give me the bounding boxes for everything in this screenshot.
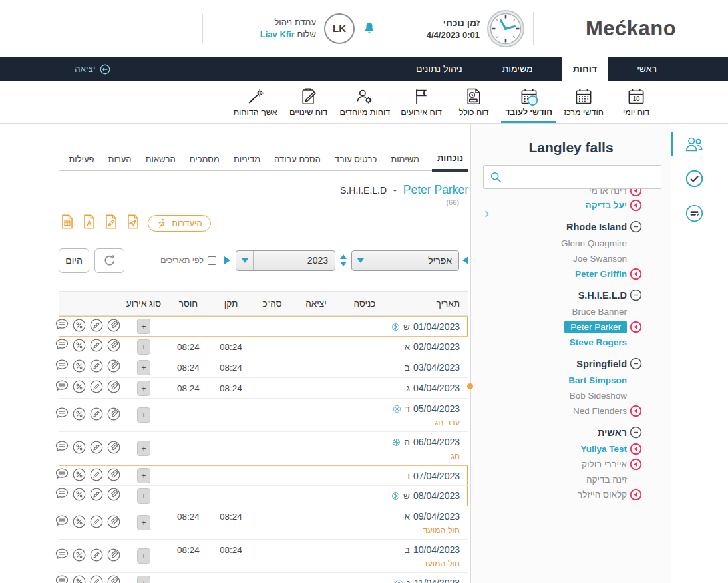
comment-icon[interactable] — [55, 467, 69, 485]
percent-icon[interactable] — [72, 379, 87, 397]
search-input[interactable] — [483, 165, 661, 189]
employee-group-header[interactable]: Rhode Island — [471, 218, 644, 236]
employee-item[interactable]: Peter Griffin — [471, 266, 644, 282]
report-tab-cal18[interactable]: 18דוח יומי — [611, 81, 661, 123]
user-name-link[interactable]: Liav Kfir — [260, 29, 295, 39]
employee-item[interactable]: קלאוס הייזלר — [471, 487, 644, 502]
month-select[interactable]: אפריל — [351, 250, 459, 271]
prev-month-arrow[interactable] — [224, 256, 230, 264]
add-event-button[interactable]: + — [137, 339, 150, 355]
year-dropdown-button[interactable] — [236, 251, 254, 270]
edit-icon[interactable] — [89, 407, 104, 424]
employee-item[interactable]: Peter Parker — [471, 319, 644, 335]
avatar[interactable]: LK — [324, 13, 355, 44]
percent-icon[interactable] — [72, 407, 87, 424]
employee-name[interactable]: Bob Sideshow — [570, 391, 627, 401]
edit-icon[interactable] — [89, 514, 104, 532]
logout-button[interactable]: יציאה — [75, 57, 111, 81]
month-dropdown-button[interactable] — [352, 251, 369, 270]
percent-icon[interactable] — [72, 467, 87, 485]
employee-name[interactable]: Joe Swanson — [573, 254, 627, 264]
attachment-icon[interactable] — [106, 338, 121, 355]
year-select[interactable]: 2023 — [236, 250, 335, 271]
employees-strip-button[interactable] — [681, 132, 707, 156]
comment-icon[interactable] — [55, 379, 69, 397]
attachment-icon[interactable] — [106, 379, 121, 397]
collapse-chevron-icon[interactable]: ‹ — [484, 206, 489, 221]
attachment-icon[interactable] — [106, 514, 121, 532]
employee-name[interactable]: Glenn Quagmire — [561, 238, 627, 248]
edit-icon[interactable] — [89, 548, 104, 565]
year-up-arrow[interactable] — [340, 254, 347, 259]
excel-export-button[interactable] — [59, 213, 76, 233]
comment-icon[interactable] — [55, 548, 69, 565]
add-event-button[interactable]: + — [137, 488, 150, 504]
attachment-icon[interactable] — [106, 487, 121, 504]
pdf-export-button[interactable] — [81, 213, 98, 233]
percent-icon[interactable] — [72, 338, 87, 355]
employee-name[interactable]: Yuliya Test — [580, 444, 627, 454]
employee-name[interactable]: יעל בדיקה — [586, 200, 627, 210]
percent-icon[interactable] — [72, 318, 87, 335]
edit-icon[interactable] — [89, 440, 104, 457]
add-event-button[interactable]: + — [137, 468, 150, 483]
employee-name[interactable]: Steve Rogers — [570, 337, 627, 347]
comment-icon[interactable] — [55, 487, 69, 504]
editdoc-export-button[interactable] — [102, 213, 120, 233]
next-month-arrow[interactable] — [462, 256, 468, 264]
panel-drag-handle[interactable] — [467, 383, 473, 389]
attachment-icon[interactable] — [106, 574, 121, 583]
employee-item[interactable]: Bob Sideshow — [471, 388, 644, 403]
employee-item[interactable]: Ned Flenders — [471, 403, 644, 419]
report-tab-flag[interactable]: דוח אירועים — [396, 81, 447, 123]
attachment-icon[interactable] — [106, 467, 121, 485]
employee-name[interactable]: קלאוס הייזלר — [578, 490, 627, 500]
add-event-button[interactable]: + — [137, 441, 150, 456]
tab-item[interactable]: הערות — [106, 150, 132, 170]
edit-icon[interactable] — [89, 379, 104, 397]
report-tab-calbadge[interactable]: חודשי לעובד — [501, 81, 556, 123]
bell-icon[interactable] — [363, 21, 376, 36]
employee-name[interactable]: Peter Parker — [564, 321, 627, 333]
percent-icon[interactable] — [72, 487, 87, 504]
refresh-button[interactable] — [94, 248, 124, 273]
approvals-strip-button[interactable] — [681, 166, 707, 190]
today-button[interactable]: היום — [59, 248, 89, 273]
report-tab-persongear[interactable]: דוחות מיוחדים — [336, 81, 394, 123]
edit-icon[interactable] — [89, 318, 104, 335]
edit-icon[interactable] — [89, 359, 104, 376]
add-event-button[interactable]: + — [137, 319, 150, 334]
employee-item[interactable]: אייברי בולוק — [471, 457, 644, 472]
employee-name[interactable]: דינה או מי — [589, 189, 627, 196]
add-event-button[interactable]: + — [137, 407, 150, 423]
attachment-icon[interactable] — [106, 318, 121, 335]
employee-item[interactable]: דינה או מי — [471, 189, 644, 198]
card-strip-button[interactable] — [681, 201, 707, 225]
add-event-button[interactable]: + — [137, 515, 150, 530]
report-tab-calgrid[interactable]: חודשי מרכז — [558, 81, 609, 123]
percent-icon[interactable] — [72, 440, 87, 457]
add-event-button[interactable]: + — [137, 548, 150, 564]
percent-icon[interactable] — [72, 548, 87, 565]
report-tab-clipboardpen[interactable]: דוח שינויים — [283, 81, 334, 123]
employee-name[interactable]: Peter Griffin — [575, 269, 627, 279]
comment-icon[interactable] — [55, 514, 69, 532]
edit-icon[interactable] — [89, 467, 104, 485]
employee-group-header[interactable]: S.H.I.E.L.D — [471, 286, 644, 304]
employee-name[interactable]: Peter Parker — [403, 183, 468, 197]
employee-item[interactable]: Yuliya Test — [471, 441, 644, 457]
employee-group-header[interactable]: Springfield — [471, 355, 644, 373]
senddoc-export-button[interactable] — [124, 213, 142, 233]
employee-item[interactable]: Steve Rogers — [471, 335, 644, 350]
nav-item-link[interactable]: ראשי — [626, 57, 668, 81]
tab-item[interactable]: מדיניות — [232, 150, 262, 170]
employee-item[interactable]: Bruce Banner — [471, 304, 644, 319]
tab-item[interactable]: פעילות — [67, 150, 95, 170]
tab-item[interactable]: הסכם עבודה — [273, 150, 322, 170]
attachment-icon[interactable] — [106, 359, 121, 376]
employee-group-header[interactable]: ראשית — [471, 423, 644, 441]
employee-item[interactable]: יעל בדיקה — [471, 198, 644, 213]
comment-icon[interactable] — [55, 338, 69, 355]
nav-item-link[interactable]: משימות — [491, 57, 544, 81]
percent-icon[interactable] — [72, 359, 87, 376]
